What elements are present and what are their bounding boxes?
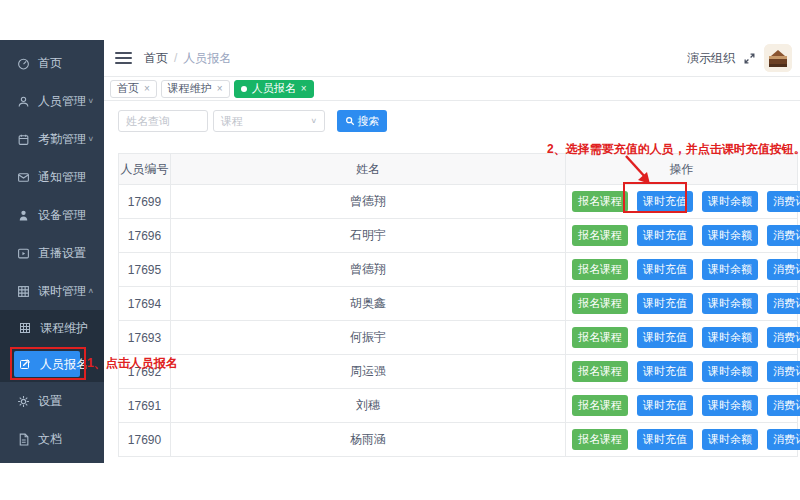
table-header-row: 人员编号 姓名 操作	[119, 154, 797, 184]
consumption-records-button[interactable]: 消费记录	[767, 191, 800, 211]
person-id-cell: 17695	[119, 253, 171, 286]
enroll-course-button[interactable]: 报名课程	[572, 293, 628, 313]
sidebar-item-label: 课时管理	[38, 283, 86, 300]
sidebar-item-live-settings[interactable]: 直播设置	[0, 234, 104, 272]
hours-balance-button[interactable]: 课时余额	[702, 395, 758, 415]
tab-course-maintenance[interactable]: 课程维护 ×	[161, 80, 230, 98]
consumption-records-button[interactable]: 消费记录	[767, 395, 800, 415]
search-row: 课程 ∨ 搜索	[118, 110, 786, 132]
recharge-hours-button[interactable]: 课时充值	[637, 327, 693, 347]
recharge-hours-button[interactable]: 课时充值	[637, 429, 693, 449]
person-id-cell: 17694	[119, 287, 171, 320]
tab-home[interactable]: 首页 ×	[110, 80, 157, 98]
breadcrumb-current: 人员报名	[183, 50, 231, 67]
org-name: 演示组织	[687, 50, 735, 67]
enroll-course-button[interactable]: 报名课程	[572, 361, 628, 381]
tab-label: 课程维护	[168, 81, 212, 96]
app-window: 首页 人员管理 ∨ 考勤管理 ∨ 通知管理	[0, 40, 800, 463]
sidebar-item-label: 人员报名	[40, 356, 88, 373]
person-name-cell: 何振宇	[171, 321, 566, 354]
dashboard-icon	[17, 57, 30, 70]
person-name-cell: 周运强	[171, 355, 566, 388]
active-tab-dot	[241, 86, 247, 92]
name-search-input[interactable]	[118, 110, 208, 132]
fullscreen-icon[interactable]	[743, 52, 756, 65]
attendance-icon	[17, 133, 30, 146]
person-id-cell: 17690	[119, 423, 171, 456]
avatar[interactable]	[764, 44, 792, 72]
column-header-actions: 操作	[566, 161, 797, 178]
live-icon	[17, 247, 30, 260]
enroll-icon	[19, 358, 31, 370]
sidebar-item-settings[interactable]: 设置	[0, 382, 104, 420]
close-icon[interactable]: ×	[301, 84, 307, 94]
enroll-course-button[interactable]: 报名课程	[572, 327, 628, 347]
sidebar-item-label: 设备管理	[38, 207, 86, 224]
person-name-cell: 石明宇	[171, 219, 566, 252]
hamburger-menu-icon[interactable]	[115, 52, 132, 64]
hours-balance-button[interactable]: 课时余额	[702, 191, 758, 211]
sidebar-item-personnel-mgmt[interactable]: 人员管理 ∨	[0, 82, 104, 120]
tab-label: 人员报名	[252, 81, 296, 96]
table-row: 17691 刘穗 报名课程 课时充值 课时余额 消费记录	[119, 388, 797, 422]
consumption-records-button[interactable]: 消费记录	[767, 429, 800, 449]
sidebar-item-notice-mgmt[interactable]: 通知管理	[0, 158, 104, 196]
consumption-records-button[interactable]: 消费记录	[767, 225, 800, 245]
enroll-course-button[interactable]: 报名课程	[572, 429, 628, 449]
breadcrumb-home[interactable]: 首页	[144, 50, 168, 67]
recharge-hours-button[interactable]: 课时充值	[637, 293, 693, 313]
recharge-hours-button[interactable]: 课时充值	[637, 259, 693, 279]
course-select-placeholder: 课程	[221, 114, 243, 129]
sidebar-item-label: 设置	[38, 393, 62, 410]
chevron-up-icon: ∧	[87, 287, 94, 295]
personnel-table: 人员编号 姓名 操作 17699 曾德翔 报名课程 课时充值 课时余额 消费记录	[118, 153, 798, 457]
sidebar-item-attendance-mgmt[interactable]: 考勤管理 ∨	[0, 120, 104, 158]
person-id-cell: 17699	[119, 185, 171, 218]
sidebar-item-docs[interactable]: 文档	[0, 420, 104, 458]
close-icon[interactable]: ×	[217, 84, 223, 94]
hours-balance-button[interactable]: 课时余额	[702, 293, 758, 313]
recharge-hours-button[interactable]: 课时充值	[637, 191, 693, 211]
hours-balance-button[interactable]: 课时余额	[702, 225, 758, 245]
annotation-step2: 2、选择需要充值的人员，并点击课时充值按钮。	[547, 141, 800, 158]
search-icon	[345, 116, 355, 126]
sidebar-item-class-hours-mgmt[interactable]: 课时管理 ∧	[0, 272, 104, 310]
sidebar-item-label: 首页	[38, 55, 62, 72]
sidebar-item-home[interactable]: 首页	[0, 44, 104, 82]
main-area: 首页 / 人员报名 演示组织	[104, 40, 800, 463]
hours-balance-button[interactable]: 课时余额	[702, 361, 758, 381]
chevron-down-icon: ∨	[87, 97, 94, 105]
consumption-records-button[interactable]: 消费记录	[767, 259, 800, 279]
course-select[interactable]: 课程 ∨	[213, 110, 325, 132]
person-name-cell: 曾德翔	[171, 253, 566, 286]
enroll-course-button[interactable]: 报名课程	[572, 259, 628, 279]
recharge-hours-button[interactable]: 课时充值	[637, 395, 693, 415]
close-icon[interactable]: ×	[144, 84, 150, 94]
hours-balance-button[interactable]: 课时余额	[702, 259, 758, 279]
table-row: 17694 胡奥鑫 报名课程 课时充值 课时余额 消费记录	[119, 286, 797, 320]
recharge-hours-button[interactable]: 课时充值	[637, 361, 693, 381]
sidebar-item-course-maintenance[interactable]: 课程维护	[0, 310, 104, 346]
sidebar: 首页 人员管理 ∨ 考勤管理 ∨ 通知管理	[0, 40, 104, 463]
hours-balance-button[interactable]: 课时余额	[702, 327, 758, 347]
sidebar-item-label: 人员管理	[38, 93, 86, 110]
table-row: 17690 杨雨涵 报名课程 课时充值 课时余额 消费记录	[119, 422, 797, 456]
sidebar-item-device-mgmt[interactable]: 设备管理	[0, 196, 104, 234]
sidebar-item-label: 考勤管理	[38, 131, 86, 148]
recharge-hours-button[interactable]: 课时充值	[637, 225, 693, 245]
chevron-down-icon: ∨	[310, 117, 317, 125]
person-name-cell: 曾德翔	[171, 185, 566, 218]
top-bar: 首页 / 人员报名 演示组织	[104, 40, 800, 77]
topbar-right: 演示组织	[687, 44, 792, 72]
hours-balance-button[interactable]: 课时余额	[702, 429, 758, 449]
enroll-course-button[interactable]: 报名课程	[572, 395, 628, 415]
enroll-course-button[interactable]: 报名课程	[572, 191, 628, 211]
tab-personnel-enrollment[interactable]: 人员报名 ×	[234, 80, 314, 98]
sidebar-item-label: 课程维护	[40, 320, 88, 337]
search-button[interactable]: 搜索	[337, 110, 387, 132]
chevron-down-icon: ∨	[87, 135, 94, 143]
consumption-records-button[interactable]: 消费记录	[767, 327, 800, 347]
consumption-records-button[interactable]: 消费记录	[767, 293, 800, 313]
enroll-course-button[interactable]: 报名课程	[572, 225, 628, 245]
consumption-records-button[interactable]: 消费记录	[767, 361, 800, 381]
